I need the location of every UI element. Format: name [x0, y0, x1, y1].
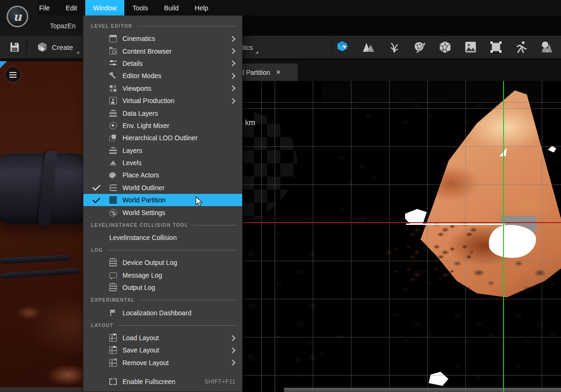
submenu-chevron-icon: [229, 335, 236, 341]
menu-section-log: LOG: [83, 244, 242, 256]
menu-item-localization-dashboard[interactable]: Localization Dashboard: [83, 306, 242, 319]
output-log-icon: [109, 284, 117, 291]
menu-item-device-output-log[interactable]: Device Output Log: [83, 256, 242, 269]
levels-icon: [109, 159, 117, 167]
menu-window[interactable]: Window: [85, 0, 125, 16]
select-cube-cursor-icon: [336, 40, 350, 54]
pipe-band: [38, 150, 58, 226]
menu-item-virtual-production[interactable]: Virtual Production: [83, 95, 242, 107]
submenu-chevron-icon: [229, 36, 236, 42]
fullscreen-icon: [109, 378, 117, 385]
menu-item-env-light-mixer[interactable]: Env. Light Mixer: [83, 120, 242, 132]
submenu-chevron-icon: [229, 85, 236, 91]
menu-item-details[interactable]: Details: [83, 57, 242, 70]
menu-item-data-layers[interactable]: Data Layers: [83, 107, 242, 119]
dropdown-corner-icon: [76, 51, 79, 54]
menu-item-save-layout[interactable]: Save Layout: [83, 344, 242, 356]
viewport-active-corner: [0, 61, 7, 68]
dropdown-corner-icon: [255, 51, 258, 54]
env-light-mixer-icon: [109, 122, 117, 129]
message-log-icon: [109, 272, 117, 278]
modeling-mode-button[interactable]: [539, 39, 555, 55]
menu-item-levelinstance-collision[interactable]: LevelInstance Collision: [83, 232, 242, 244]
menu-item-enable-fullscreen[interactable]: Enable Fullscreen SHIFT+F11: [83, 376, 242, 388]
paint-palette-icon: [413, 40, 427, 54]
section-label: LEVEL EDITOR: [91, 24, 132, 29]
create-button[interactable]: Create: [32, 39, 81, 56]
world-partition-tab-bar: World Partition ✕: [243, 61, 561, 81]
save-button[interactable]: [7, 40, 23, 55]
checkmark-icon: [92, 195, 100, 203]
terrain-island-upper-left: [243, 111, 332, 219]
menu-item-world-settings[interactable]: World Settings: [83, 206, 242, 218]
menu-item-editor-modes[interactable]: Editor Modes: [83, 70, 242, 82]
menu-item-world-partition[interactable]: World Partition: [83, 194, 242, 206]
geometry-mode-button[interactable]: [488, 39, 504, 55]
world-partition-tab[interactable]: World Partition ✕: [243, 64, 298, 81]
terrain-island-round: [329, 142, 404, 222]
menu-item-cinematics[interactable]: Cinematics: [83, 32, 242, 45]
menu-item-levels[interactable]: Levels: [83, 157, 242, 169]
menu-item-message-log[interactable]: Message Log: [83, 269, 242, 281]
brush-editing-mode-button[interactable]: [463, 39, 479, 55]
menu-edit[interactable]: Edit: [58, 0, 85, 16]
save-layout-icon: [109, 346, 117, 354]
geometry-cube-handles-icon: [489, 40, 503, 54]
unloaded-region-patch: [429, 372, 448, 386]
viewport-options-button[interactable]: [5, 66, 21, 83]
save-floppy-icon: [8, 41, 21, 53]
modeling-shapes-icon: [540, 40, 554, 54]
menu-item-world-outliner[interactable]: World Outliner: [83, 182, 242, 194]
menu-item-remove-layout[interactable]: Remove Layout: [83, 357, 242, 369]
landscape-mountain-icon: [362, 40, 376, 54]
landscape-mode-button[interactable]: [361, 39, 377, 55]
menu-build[interactable]: Build: [156, 0, 187, 16]
create-cube-icon: [37, 41, 48, 53]
menu-item-viewports[interactable]: Viewports: [83, 82, 242, 95]
world-outliner-icon: [109, 184, 117, 191]
menu-item-place-actors[interactable]: Place Actors: [83, 169, 242, 181]
menu-item-hlod-outliner[interactable]: Hierarchical LOD Outliner: [83, 132, 242, 144]
select-mode-button[interactable]: [335, 39, 351, 55]
world-origin-x-axis: [243, 222, 561, 223]
menu-item-content-browser[interactable]: Content Browser: [83, 45, 242, 57]
clapperboard-icon: [109, 35, 117, 42]
submenu-chevron-icon: [229, 98, 236, 104]
menu-section-levelinstance: LEVELINSTANCE COLLISION TOOL: [83, 219, 242, 232]
unreal-logo-icon[interactable]: u: [7, 6, 28, 27]
menu-separator: [83, 372, 242, 373]
animation-mode-button[interactable]: [513, 39, 529, 55]
remove-layout-icon: [109, 359, 117, 367]
menu-section-experimental: EXPERIMENTAL: [83, 294, 242, 306]
foliage-mode-button[interactable]: [386, 39, 402, 55]
menu-section-layout: LAYOUT: [83, 319, 242, 332]
submenu-chevron-icon: [229, 360, 236, 366]
foliage-grass-icon: [387, 40, 401, 54]
fracture-mode-button[interactable]: [437, 39, 453, 55]
shortcut-label: SHIFT+F11: [204, 378, 242, 385]
mesh-paint-mode-button[interactable]: [412, 39, 428, 55]
menubar-items: File Edit Window Tools Build Help: [31, 0, 216, 16]
data-layers-icon: [109, 110, 117, 117]
tab-close-icon[interactable]: ✕: [276, 69, 281, 76]
place-actors-icon: [109, 172, 116, 178]
world-partition-map[interactable]: 34 km: [243, 81, 561, 392]
content-browser-icon: [109, 48, 117, 55]
running-person-icon: [514, 40, 528, 54]
submenu-chevron-icon: [229, 73, 236, 79]
menu-item-load-layout[interactable]: Load Layout: [83, 332, 242, 344]
section-label: LAYOUT: [91, 323, 114, 328]
localization-flag-icon: [109, 309, 117, 317]
menu-item-output-log[interactable]: Output Log: [83, 281, 242, 294]
world-settings-icon: [109, 209, 117, 216]
map-bottom-edge: [284, 388, 561, 392]
section-label: LOG: [91, 248, 103, 253]
logo-block: u: [0, 0, 38, 36]
details-sliders-icon: [109, 61, 117, 67]
menu-tools[interactable]: Tools: [124, 0, 156, 16]
menu-help[interactable]: Help: [187, 0, 216, 16]
editor-modes-icon: [109, 72, 117, 80]
menu-item-layers[interactable]: Layers: [83, 144, 242, 157]
fracture-cube-icon: [438, 40, 452, 54]
pipe-leg: [0, 268, 80, 279]
